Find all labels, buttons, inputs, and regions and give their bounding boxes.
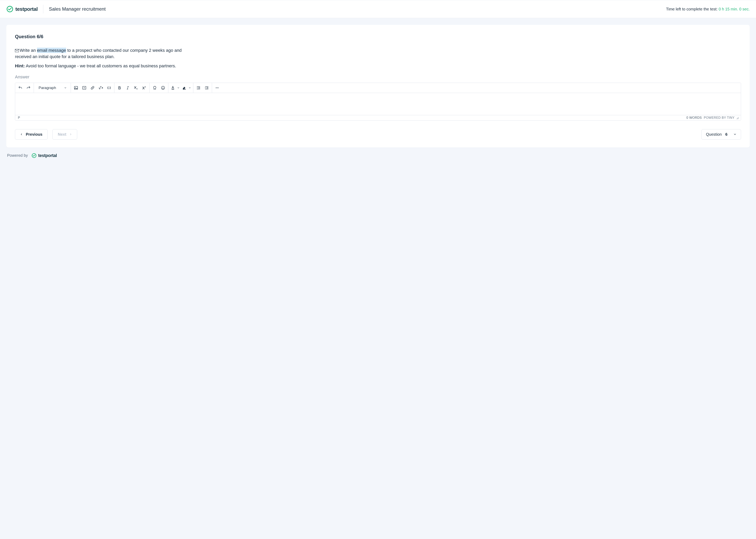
next-button[interactable]: Next bbox=[52, 129, 77, 140]
question-hint: Hint: Avoid too formal language - we tre… bbox=[15, 63, 741, 68]
highlight-color-button[interactable] bbox=[181, 84, 188, 92]
footer-brand[interactable]: testportal bbox=[32, 153, 57, 158]
previous-label: Previous bbox=[26, 132, 42, 137]
indent-button[interactable] bbox=[203, 84, 211, 92]
block-format-label: Paragraph bbox=[38, 86, 56, 90]
rich-text-editor: Paragraph bbox=[15, 83, 741, 120]
editor-toolbar: Paragraph bbox=[15, 83, 741, 93]
question-selector[interactable]: Question 6 bbox=[702, 129, 741, 140]
brand-name: testportal bbox=[15, 6, 37, 12]
svg-point-5 bbox=[109, 87, 109, 87]
subscript-button[interactable]: 2 bbox=[132, 84, 140, 92]
powered-by-tiny[interactable]: POWERED BY TINY bbox=[704, 116, 734, 119]
top-bar: testportal Sales Manager recruitment Tim… bbox=[0, 0, 756, 18]
element-path[interactable]: P bbox=[17, 116, 20, 119]
editor-statusbar: P 0 WORDS POWERED BY TINY bbox=[15, 115, 741, 120]
emoji-button[interactable] bbox=[159, 84, 167, 92]
insert-link-button[interactable] bbox=[89, 84, 97, 92]
checkmark-circle-icon bbox=[32, 153, 36, 158]
previous-button[interactable]: Previous bbox=[15, 129, 48, 140]
question-card: Question 6/6 Write an email message to a… bbox=[6, 25, 750, 147]
text-color-dropdown[interactable] bbox=[176, 84, 180, 92]
mail-icon bbox=[15, 49, 19, 52]
insert-media-button[interactable] bbox=[80, 84, 88, 92]
timer-value: 0 h 15 min. 0 sec. bbox=[719, 7, 750, 11]
svg-text:2: 2 bbox=[145, 86, 146, 88]
hint-text: Avoid too formal language - we treat all… bbox=[25, 63, 176, 68]
special-character-button[interactable] bbox=[151, 84, 159, 92]
resize-handle-icon[interactable] bbox=[736, 116, 739, 119]
svg-rect-16 bbox=[183, 89, 186, 89]
question-selector-value: 6 bbox=[725, 132, 727, 137]
undo-button[interactable] bbox=[16, 84, 24, 92]
more-options-button[interactable] bbox=[213, 84, 221, 92]
footer: Powered by testportal bbox=[6, 147, 750, 160]
question-selector-label: Question bbox=[706, 132, 722, 137]
svg-point-27 bbox=[218, 87, 219, 88]
svg-point-3 bbox=[75, 87, 76, 88]
chevron-left-icon bbox=[20, 133, 23, 136]
text-color-button[interactable] bbox=[170, 84, 176, 92]
outdent-button[interactable] bbox=[194, 84, 202, 92]
svg-rect-15 bbox=[172, 89, 174, 89]
brand-logo: testportal bbox=[6, 6, 37, 13]
insert-code-button[interactable] bbox=[105, 84, 113, 92]
block-format-select[interactable]: Paragraph bbox=[35, 84, 70, 92]
timer: Time left to complete the test: 0 h 15 m… bbox=[666, 7, 750, 11]
highlight-color-dropdown[interactable] bbox=[188, 84, 192, 92]
chevron-right-icon bbox=[70, 133, 72, 136]
superscript-button[interactable]: 2 bbox=[140, 84, 148, 92]
footer-brand-name: testportal bbox=[38, 153, 57, 158]
svg-line-29 bbox=[738, 118, 739, 119]
checkmark-circle-icon bbox=[6, 6, 13, 13]
answer-label: Answer bbox=[15, 74, 741, 80]
svg-line-9 bbox=[127, 86, 128, 89]
svg-point-12 bbox=[161, 86, 165, 90]
hint-label: Hint: bbox=[15, 63, 25, 68]
svg-point-25 bbox=[216, 87, 216, 88]
next-label: Next bbox=[58, 132, 66, 137]
test-title: Sales Manager recruitment bbox=[49, 6, 105, 12]
svg-rect-6 bbox=[109, 88, 109, 89]
redo-button[interactable] bbox=[25, 84, 33, 92]
question-heading: Question 6/6 bbox=[15, 34, 741, 39]
svg-point-14 bbox=[163, 87, 164, 88]
timer-label: Time left to complete the test: bbox=[666, 7, 719, 11]
divider bbox=[43, 5, 43, 13]
powered-by-label: Powered by bbox=[7, 153, 28, 158]
insert-equation-button[interactable] bbox=[97, 84, 105, 92]
chevron-down-icon bbox=[733, 133, 736, 136]
svg-point-26 bbox=[217, 87, 218, 88]
highlighted-text: email message bbox=[37, 48, 66, 53]
italic-button[interactable] bbox=[124, 84, 132, 92]
editor-content-area[interactable] bbox=[15, 93, 741, 115]
bold-button[interactable] bbox=[115, 84, 123, 92]
insert-image-button[interactable] bbox=[72, 84, 80, 92]
chevron-down-icon bbox=[64, 86, 67, 89]
word-count[interactable]: 0 WORDS bbox=[686, 116, 702, 119]
question-text: Write an email message to a prospect who… bbox=[15, 47, 188, 60]
question-nav: Previous Next Question 6 bbox=[15, 129, 741, 140]
svg-text:2: 2 bbox=[136, 88, 137, 90]
svg-point-13 bbox=[162, 87, 163, 88]
svg-line-28 bbox=[737, 117, 739, 119]
